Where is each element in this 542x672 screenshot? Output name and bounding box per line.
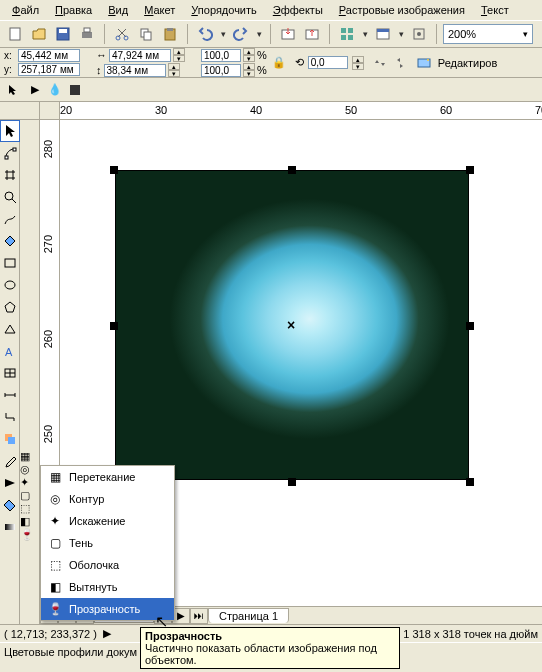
edit-bitmap-button[interactable] [416,55,432,71]
mirror-h-button[interactable] [372,55,388,71]
menu-item-transparency[interactable]: 🍷Прозрачность [41,598,174,620]
height-input[interactable] [104,64,166,77]
height-icon: ↕ [96,64,102,76]
page-tab[interactable]: Страница 1 [208,608,289,623]
playback-bar: ▶ 💧 [0,78,542,102]
pick-tool-small[interactable] [4,81,22,99]
ellipse-tool[interactable] [0,274,20,296]
svg-rect-15 [341,35,346,40]
connector-tool[interactable] [0,406,20,428]
effects-tool[interactable] [0,428,20,450]
horizontal-ruler[interactable]: 20 30 40 50 60 70 [60,102,542,120]
basic-shapes-tool[interactable] [0,318,20,340]
open-button[interactable] [28,23,50,45]
import-button[interactable] [277,23,299,45]
options-button[interactable] [408,23,430,45]
export-button[interactable] [301,23,323,45]
handle-se[interactable] [466,478,474,486]
menu-effects[interactable]: Эффекты [265,2,331,18]
handle-s[interactable] [288,478,296,486]
save-button[interactable] [52,23,74,45]
envelope-tool-icon[interactable]: ⬚ [20,502,39,515]
handle-e[interactable] [466,322,474,330]
handle-n[interactable] [288,166,296,174]
w-spin-down[interactable]: ▾ [173,55,185,62]
menu-text[interactable]: Текст [473,2,517,18]
y-input[interactable] [18,63,80,76]
menu-layout[interactable]: Макет [136,2,183,18]
record-button[interactable]: ▶ [26,81,44,99]
center-marker[interactable]: × [287,317,295,333]
menu-view[interactable]: Вид [100,2,136,18]
smart-fill-tool[interactable] [0,230,20,252]
svg-rect-2 [59,29,67,33]
fill-tool[interactable] [0,494,20,516]
transparency-tool-icon[interactable]: 🍷 [20,528,39,541]
scale-y-input[interactable] [201,64,241,77]
dimension-tool[interactable] [0,384,20,406]
rotate-input[interactable] [308,56,348,69]
polygon-tool[interactable] [0,296,20,318]
freehand-tool[interactable] [0,208,20,230]
welcome-button[interactable] [372,23,394,45]
app-launcher-dropdown[interactable]: ▾ [360,29,370,39]
menu-item-contour[interactable]: ◎Контур [41,488,174,510]
blend-icon: ▦ [47,469,63,485]
zoom-dropdown-icon[interactable]: ▾ [523,29,528,39]
menu-file[interactable]: Файл [4,2,47,18]
rectangle-tool[interactable] [0,252,20,274]
app-launcher-button[interactable] [336,23,358,45]
extrude-tool-icon[interactable]: ◧ [20,515,39,528]
scale-x-input[interactable] [201,49,241,62]
h-spin-up[interactable]: ▴ [168,63,180,70]
svg-point-22 [427,59,429,61]
menu-item-envelope[interactable]: ⬚Оболочка [41,554,174,576]
menu-arrange[interactable]: Упорядочить [183,2,264,18]
handle-nw[interactable] [110,166,118,174]
shadow-tool-icon[interactable]: ▢ [20,489,39,502]
pick-tool[interactable] [0,120,20,142]
mirror-v-button[interactable] [392,55,408,71]
w-spin-up[interactable]: ▴ [173,48,185,55]
width-icon: ↔ [96,49,107,61]
crop-tool[interactable] [0,164,20,186]
last-page-button[interactable]: ⏭ [190,608,208,624]
menu-item-blend[interactable]: ▦Перетекание [41,466,174,488]
outline-tool[interactable] [0,472,20,494]
blend-tool-icon[interactable]: ▦ [20,450,39,463]
redo-dropdown[interactable]: ▾ [254,29,264,39]
shape-tool[interactable] [0,142,20,164]
lock-ratio-button[interactable]: 🔒 [271,50,287,76]
contour-tool-icon[interactable]: ◎ [20,463,39,476]
handle-w[interactable] [110,322,118,330]
paste-button[interactable] [159,23,181,45]
menu-item-distort[interactable]: ✦Искажение [41,510,174,532]
cut-button[interactable] [111,23,133,45]
h-spin-down[interactable]: ▾ [168,70,180,77]
print-button[interactable] [76,23,98,45]
text-tool[interactable]: A [0,340,20,362]
menu-item-shadow[interactable]: ▢Тень [41,532,174,554]
eyedropper-tool[interactable] [0,450,20,472]
distort-tool-icon[interactable]: ✦ [20,476,39,489]
zoom-tool[interactable] [0,186,20,208]
eyedropper-small[interactable]: 💧 [46,81,64,99]
menu-item-extrude[interactable]: ◧Вытянуть [41,576,174,598]
table-tool[interactable] [0,362,20,384]
svg-rect-4 [84,28,90,32]
new-button[interactable] [4,23,26,45]
copy-button[interactable] [135,23,157,45]
interactive-fill-tool[interactable] [0,516,20,538]
redo-button[interactable] [230,23,252,45]
zoom-combo[interactable]: 200% ▾ [443,24,533,44]
undo-dropdown[interactable]: ▾ [218,29,228,39]
x-input[interactable] [18,49,80,62]
menu-bitmaps[interactable]: Растровые изображения [331,2,473,18]
undo-button[interactable] [194,23,216,45]
width-input[interactable] [109,49,171,62]
ruler-origin2 [40,102,60,120]
stop-button[interactable] [66,81,84,99]
handle-ne[interactable] [466,166,474,174]
welcome-dropdown[interactable]: ▾ [396,29,406,39]
menu-edit[interactable]: Правка [47,2,100,18]
